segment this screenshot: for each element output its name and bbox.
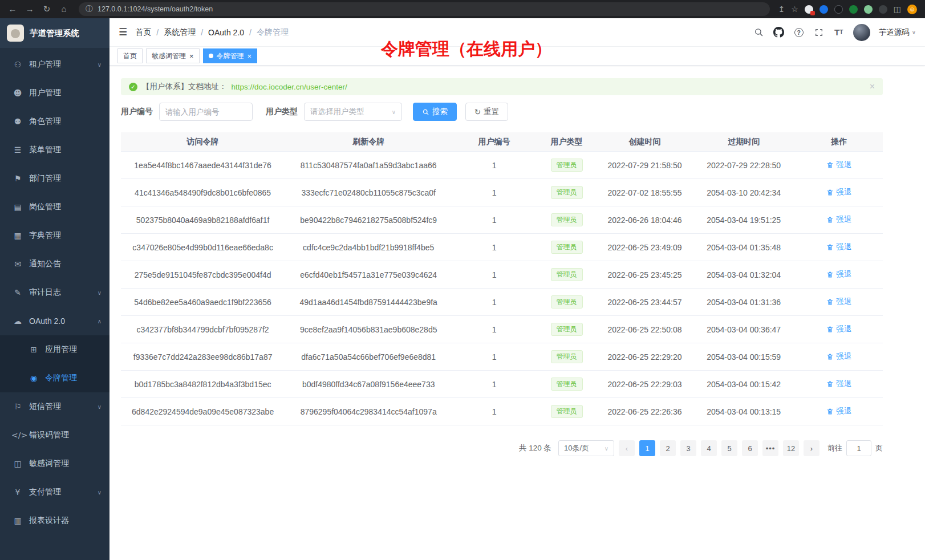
sidebar-item-audit-log[interactable]: ✎审计日志∨ [0,278,109,307]
search-form: 用户编号 用户类型 请选择用户类型 ∨ 搜索 ↻ 重置 [121,103,883,121]
sidebar-item-role[interactable]: ⚉角色管理 [0,107,109,136]
sidebar-item-dict[interactable]: ▦字典管理 [0,221,109,250]
alert-close-icon[interactable]: × [870,82,875,92]
page-size-value: 10条/页 [564,443,589,453]
sidebar-item-menu[interactable]: ☰菜单管理 [0,136,109,164]
page-button-1[interactable]: 1 [639,440,655,456]
fullscreen-icon[interactable] [813,27,825,38]
breadcrumb-item[interactable]: 首页 [135,27,151,38]
extension-icon[interactable] [849,5,858,14]
page-button-2[interactable]: 2 [660,440,676,456]
github-icon[interactable] [773,27,785,38]
more-pages-button[interactable]: ••• [762,440,778,456]
sidebar-item-pay[interactable]: ¥支付管理∨ [0,478,109,506]
user-avatar[interactable] [853,24,870,41]
sidebar-item-label: 短信管理 [29,401,98,412]
sidebar-item-sensitive-word[interactable]: ◫敏感词管理 [0,449,109,478]
alert-label: 【用户体系】文档地址： [142,82,227,92]
share-icon[interactable]: ↥ [778,5,785,14]
created-time-cell: 2022-07-02 18:55:55 [597,188,692,197]
force-logout-button[interactable]: 强退 [826,242,851,252]
tab-close-icon[interactable]: × [189,52,194,60]
address-bar[interactable]: ⓘ 127.0.0.1:1024/system/oauth2/token [79,2,770,16]
action-cell: 强退 [795,406,883,417]
sidebar-item-report[interactable]: ▥报表设计器 [0,506,109,535]
page-button-3[interactable]: 3 [680,440,696,456]
reload-icon[interactable]: ↻ [40,2,54,16]
refresh-token-cell: e6cfd40eb1f54571a31e775e039c4624 [285,270,452,279]
user-type-select[interactable]: 请选择用户类型 ∨ [304,103,402,121]
app-logo[interactable]: 芋道管理系统 [0,18,109,48]
user-type-cell: 管理员 [536,268,597,281]
user-type-placeholder: 请选择用户类型 [310,107,364,117]
sidebar-item-error-code[interactable]: </>错误码管理 [0,421,109,449]
back-icon[interactable]: ← [6,2,19,16]
user-type-badge: 管理员 [551,213,583,226]
sidebar-item-tenant[interactable]: ⚇租户管理∨ [0,50,109,79]
page-button-4[interactable]: 4 [701,440,717,456]
sidebar-item-label: 错误码管理 [29,430,102,440]
extension-icon[interactable] [819,5,828,14]
extension-icon[interactable] [805,5,813,14]
sidepanel-icon[interactable]: ◫ [894,5,901,14]
table-row: c347026e805e4d99b0d116eae66eda8ccdfc4ce9… [121,234,883,261]
force-logout-button[interactable]: 强退 [826,351,851,362]
user-type-cell: 管理员 [536,323,597,336]
font-size-icon[interactable]: TT [833,27,845,38]
extension-icon[interactable] [864,5,873,14]
prev-page-button[interactable]: ‹ [619,440,635,456]
user-menu[interactable]: 芋道源码 ∨ [879,27,916,38]
force-logout-button[interactable]: 强退 [826,214,851,225]
page-button-6[interactable]: 6 [742,440,758,456]
force-logout-button[interactable]: 强退 [826,160,851,170]
tag-tab[interactable]: 敏感词管理× [146,48,200,63]
user-id-cell: 1 [452,352,536,362]
sidebar-item-oauth2[interactable]: ☁OAuth 2.0∧ [0,307,109,335]
collapse-sidebar-icon[interactable]: ☰ [119,26,127,38]
tag-tab[interactable]: 令牌管理× [203,48,258,63]
doc-link[interactable]: https://doc.iocoder.cn/user-center/ [232,83,347,91]
force-logout-button[interactable]: 强退 [826,379,851,389]
bookmark-star-icon[interactable]: ☆ [791,5,798,14]
site-info-icon[interactable]: ⓘ [86,4,93,14]
extension-icon[interactable] [879,5,887,14]
page-button-12[interactable]: 12 [783,440,799,456]
sidebar-item-oauth2-token[interactable]: ◉令牌管理 [0,364,109,392]
tab-label: 敏感词管理 [152,51,186,61]
force-logout-button[interactable]: 强退 [826,297,851,307]
force-logout-button[interactable]: 强退 [826,187,851,197]
search-icon[interactable] [753,27,765,38]
access-token-cell: 41c41346a548490f9dc8b01c6bfe0865 [121,188,285,197]
trash-icon [826,408,834,415]
sidebar-item-post[interactable]: ▤岗位管理 [0,193,109,221]
sidebar-item-oauth2-app[interactable]: ⊞应用管理 [0,335,109,364]
table-row: 1ea5e44f8bc1467aaede43144f31de76811c5304… [121,152,883,179]
sidebar-item-notice[interactable]: ✉通知公告 [0,250,109,278]
page-button-5[interactable]: 5 [721,440,737,456]
extension-icon[interactable] [834,5,843,14]
reset-button[interactable]: ↻ 重置 [465,103,508,121]
page-size-select[interactable]: 10条/页 ∨ [558,440,614,456]
breadcrumb-item[interactable]: 系统管理 [164,27,196,38]
table-row: c342377bf8b344799dcbf7bf095287f29ce8ef2a… [121,316,883,343]
next-page-button[interactable]: › [804,440,819,456]
sidebar-item-dept[interactable]: ⚑部门管理 [0,164,109,193]
sidebar-item-sms[interactable]: ⚐短信管理∨ [0,392,109,421]
forward-icon[interactable]: → [23,2,36,16]
sidebar-item-label: 敏感词管理 [29,458,102,469]
force-logout-button[interactable]: 强退 [826,324,851,334]
force-logout-button[interactable]: 强退 [826,269,851,279]
home-icon[interactable]: ⌂ [57,2,71,16]
search-button[interactable]: 搜索 [413,103,457,121]
force-logout-button[interactable]: 强退 [826,406,851,416]
tag-tab[interactable]: 首页 [117,48,143,63]
report-icon: ▥ [11,516,24,525]
tab-close-icon[interactable]: × [248,52,252,60]
goto-page-input[interactable] [846,440,871,456]
help-icon[interactable]: ? [793,27,805,38]
browser-profile-avatar[interactable]: ☺ [907,5,917,14]
breadcrumb-item[interactable]: OAuth 2.0 [208,28,244,37]
user-id-input[interactable] [159,103,253,121]
sidebar-item-user[interactable]: ☻用户管理 [0,79,109,107]
breadcrumb-separator: / [249,28,251,37]
